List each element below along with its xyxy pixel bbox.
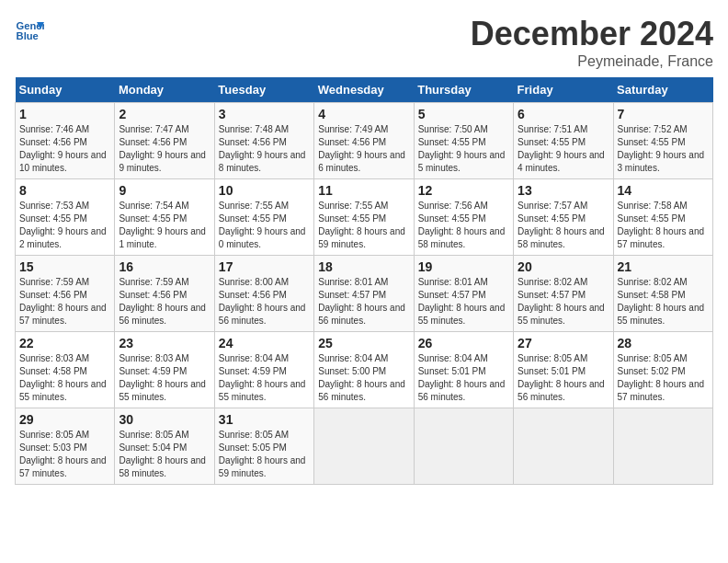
day-info: Sunrise: 8:05 AM Sunset: 5:05 PM Dayligh… [219,429,310,480]
day-number: 30 [119,412,210,427]
calendar-week-1: 1Sunrise: 7:46 AM Sunset: 4:56 PM Daylig… [16,103,713,179]
header: General Blue December 2024 Peymeinade, F… [15,15,713,70]
day-info: Sunrise: 7:59 AM Sunset: 4:56 PM Dayligh… [19,276,110,327]
day-number: 12 [418,183,509,198]
day-info: Sunrise: 8:02 AM Sunset: 4:57 PM Dayligh… [518,276,609,327]
calendar-cell: 5Sunrise: 7:50 AM Sunset: 4:55 PM Daylig… [414,103,513,179]
calendar-cell: 21Sunrise: 8:02 AM Sunset: 4:58 PM Dayli… [613,256,712,332]
day-number: 21 [618,259,709,274]
calendar-cell: 2Sunrise: 7:47 AM Sunset: 4:56 PM Daylig… [115,103,214,179]
day-number: 5 [418,107,509,121]
day-number: 27 [518,336,609,350]
day-info: Sunrise: 8:04 AM Sunset: 5:00 PM Dayligh… [318,352,409,404]
day-info: Sunrise: 8:05 AM Sunset: 5:03 PM Dayligh… [19,429,110,480]
day-info: Sunrise: 8:03 AM Sunset: 4:58 PM Dayligh… [19,352,110,404]
day-info: Sunrise: 8:04 AM Sunset: 4:59 PM Dayligh… [219,352,310,404]
day-number: 10 [219,183,310,198]
day-number: 17 [219,259,310,274]
day-info: Sunrise: 7:57 AM Sunset: 4:55 PM Dayligh… [518,200,609,251]
day-info: Sunrise: 7:47 AM Sunset: 4:56 PM Dayligh… [119,123,210,175]
calendar-cell: 13Sunrise: 7:57 AM Sunset: 4:55 PM Dayli… [514,179,613,256]
calendar-cell: 27Sunrise: 8:05 AM Sunset: 5:01 PM Dayli… [514,332,613,408]
weekday-header-friday: Friday [514,77,613,103]
calendar-cell: 19Sunrise: 8:01 AM Sunset: 4:57 PM Dayli… [414,256,513,332]
day-number: 22 [19,336,110,350]
calendar-cell: 15Sunrise: 7:59 AM Sunset: 4:56 PM Dayli… [16,256,115,332]
calendar-cell: 23Sunrise: 8:03 AM Sunset: 4:59 PM Dayli… [115,332,214,408]
day-info: Sunrise: 7:50 AM Sunset: 4:55 PM Dayligh… [418,123,509,175]
day-number: 15 [19,259,110,274]
calendar-cell [414,408,513,485]
weekday-header-saturday: Saturday [613,77,712,103]
weekday-header-tuesday: Tuesday [214,77,313,103]
day-number: 29 [19,412,110,427]
svg-text:Blue: Blue [17,30,39,41]
calendar-cell [514,408,613,485]
day-info: Sunrise: 7:54 AM Sunset: 4:55 PM Dayligh… [119,200,210,251]
calendar-cell: 22Sunrise: 8:03 AM Sunset: 4:58 PM Dayli… [16,332,115,408]
calendar-cell: 29Sunrise: 8:05 AM Sunset: 5:03 PM Dayli… [16,408,115,485]
calendar-cell: 9Sunrise: 7:54 AM Sunset: 4:55 PM Daylig… [115,179,214,256]
day-info: Sunrise: 7:46 AM Sunset: 4:56 PM Dayligh… [19,123,110,175]
day-number: 24 [219,336,310,350]
weekday-header-monday: Monday [115,77,214,103]
calendar-cell: 11Sunrise: 7:55 AM Sunset: 4:55 PM Dayli… [314,179,414,256]
logo-icon: General Blue [15,15,44,44]
day-info: Sunrise: 7:51 AM Sunset: 4:55 PM Dayligh… [518,123,609,175]
day-info: Sunrise: 7:52 AM Sunset: 4:55 PM Dayligh… [618,123,709,175]
title-area: December 2024 Peymeinade, France [471,15,713,70]
day-info: Sunrise: 8:05 AM Sunset: 5:02 PM Dayligh… [618,352,709,404]
calendar-cell: 8Sunrise: 7:53 AM Sunset: 4:55 PM Daylig… [16,179,115,256]
day-info: Sunrise: 7:53 AM Sunset: 4:55 PM Dayligh… [19,200,110,251]
calendar-cell [314,408,414,485]
day-info: Sunrise: 7:58 AM Sunset: 4:55 PM Dayligh… [618,200,709,251]
day-info: Sunrise: 8:02 AM Sunset: 4:58 PM Dayligh… [618,276,709,327]
calendar-cell: 18Sunrise: 8:01 AM Sunset: 4:57 PM Dayli… [314,256,414,332]
day-number: 14 [618,183,709,198]
day-info: Sunrise: 7:55 AM Sunset: 4:55 PM Dayligh… [219,200,310,251]
day-number: 25 [318,336,409,350]
day-number: 11 [318,183,409,198]
day-number: 9 [119,183,210,198]
weekday-header-wednesday: Wednesday [314,77,414,103]
day-number: 18 [318,259,409,274]
day-info: Sunrise: 7:59 AM Sunset: 4:56 PM Dayligh… [119,276,210,327]
calendar-cell: 12Sunrise: 7:56 AM Sunset: 4:55 PM Dayli… [414,179,513,256]
day-info: Sunrise: 7:48 AM Sunset: 4:56 PM Dayligh… [219,123,310,175]
calendar-cell: 14Sunrise: 7:58 AM Sunset: 4:55 PM Dayli… [613,179,712,256]
calendar-cell: 24Sunrise: 8:04 AM Sunset: 4:59 PM Dayli… [214,332,313,408]
logo: General Blue [15,15,48,44]
month-title: December 2024 [471,15,713,53]
day-info: Sunrise: 8:00 AM Sunset: 4:56 PM Dayligh… [219,276,310,327]
calendar-cell: 30Sunrise: 8:05 AM Sunset: 5:04 PM Dayli… [115,408,214,485]
day-info: Sunrise: 8:05 AM Sunset: 5:04 PM Dayligh… [119,429,210,480]
calendar-cell: 28Sunrise: 8:05 AM Sunset: 5:02 PM Dayli… [613,332,712,408]
day-number: 28 [618,336,709,350]
calendar-cell: 31Sunrise: 8:05 AM Sunset: 5:05 PM Dayli… [214,408,313,485]
day-number: 20 [518,259,609,274]
day-number: 26 [418,336,509,350]
day-number: 1 [19,107,110,121]
calendar-week-4: 22Sunrise: 8:03 AM Sunset: 4:58 PM Dayli… [16,332,713,408]
day-number: 31 [219,412,310,427]
weekday-header-sunday: Sunday [16,77,115,103]
day-info: Sunrise: 8:03 AM Sunset: 4:59 PM Dayligh… [119,352,210,404]
calendar-cell: 3Sunrise: 7:48 AM Sunset: 4:56 PM Daylig… [214,103,313,179]
day-number: 23 [119,336,210,350]
day-number: 8 [19,183,110,198]
weekday-header-thursday: Thursday [414,77,513,103]
calendar-table: SundayMondayTuesdayWednesdayThursdayFrid… [15,77,713,485]
day-number: 13 [518,183,609,198]
calendar-cell: 1Sunrise: 7:46 AM Sunset: 4:56 PM Daylig… [16,103,115,179]
calendar-cell: 6Sunrise: 7:51 AM Sunset: 4:55 PM Daylig… [514,103,613,179]
calendar-cell: 17Sunrise: 8:00 AM Sunset: 4:56 PM Dayli… [214,256,313,332]
day-info: Sunrise: 7:55 AM Sunset: 4:55 PM Dayligh… [318,200,409,251]
day-number: 16 [119,259,210,274]
calendar-cell [613,408,712,485]
day-number: 4 [318,107,409,121]
day-number: 6 [518,107,609,121]
day-info: Sunrise: 8:04 AM Sunset: 5:01 PM Dayligh… [418,352,509,404]
calendar-week-5: 29Sunrise: 8:05 AM Sunset: 5:03 PM Dayli… [16,408,713,485]
calendar-cell: 10Sunrise: 7:55 AM Sunset: 4:55 PM Dayli… [214,179,313,256]
location: Peymeinade, France [471,53,713,70]
